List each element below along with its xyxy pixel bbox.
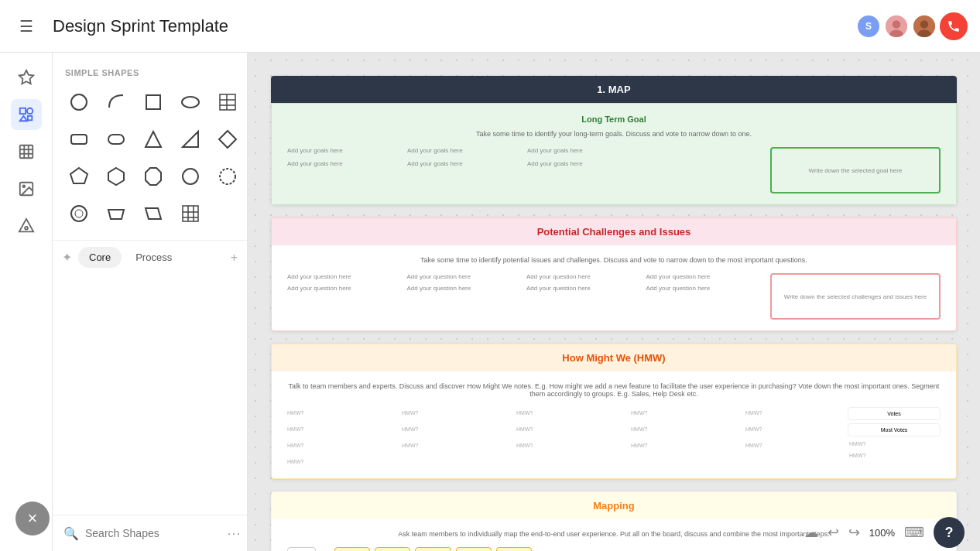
hmw-cell: HMW?	[745, 440, 838, 451]
page-title: Design Sprint Template	[53, 16, 844, 36]
step-2: Step 2	[375, 547, 410, 551]
ltg-title: Long Term Goal	[287, 115, 941, 124]
avatars-group: S	[856, 12, 968, 40]
keyboard-icon[interactable]: ⌨	[904, 524, 924, 541]
shape-right-triangle[interactable]	[173, 122, 207, 156]
step-3: Step 3	[415, 547, 451, 551]
hmw-card: How Might We (HMW) Talk to team members …	[271, 344, 957, 479]
challenges-selected-text: Write down the selected challenges and i…	[784, 293, 927, 300]
hmw-cell: HMW?	[516, 407, 626, 419]
challenges-card: Potential Challenges and Issues Take som…	[271, 217, 957, 331]
mapping-start: Start	[287, 547, 316, 551]
canvas-area[interactable]: 1. MAP Long Term Goal Take some time to …	[248, 53, 980, 551]
ltg-desc: Take some time to identify your long-ter…	[287, 130, 941, 138]
step-5: Step 5	[496, 547, 532, 551]
hmw-votes: Votes Most Votes HMW? HMW?	[848, 407, 941, 467]
cloud-icon[interactable]: ☁	[804, 524, 818, 541]
svg-point-1	[893, 20, 901, 29]
goal-grid: Add your goals here Add your goals here …	[287, 147, 761, 167]
svg-rect-7	[19, 108, 25, 114]
hmw-desc: Talk to team members and experts. Discus…	[287, 382, 941, 398]
sidebar-icon-star[interactable]	[11, 62, 42, 93]
svg-point-17	[22, 185, 25, 187]
canvas-content: 1. MAP Long Term Goal Take some time to …	[248, 53, 980, 551]
shape-ellipse[interactable]	[173, 85, 207, 119]
undo-icon[interactable]: ↩	[828, 524, 839, 541]
challenges-header: Potential Challenges and Issues	[272, 218, 956, 245]
svg-point-35	[183, 169, 198, 184]
shape-trapezoid[interactable]	[99, 197, 133, 231]
shape-rounded-rect2[interactable]	[99, 122, 133, 156]
search-icon: 🔍	[63, 526, 79, 541]
svg-rect-27	[71, 135, 87, 144]
map-card: 1. MAP Long Term Goal Take some time to …	[271, 76, 957, 205]
svg-marker-33	[108, 168, 124, 185]
tab-process[interactable]: Process	[125, 247, 183, 268]
hmw-body: Talk to team members and experts. Discus…	[272, 371, 956, 478]
chal-cell: Add your question here	[646, 273, 762, 280]
shape-circle[interactable]	[62, 85, 96, 119]
search-input[interactable]	[85, 527, 221, 539]
chal-grid: Add your question here Add your question…	[287, 273, 761, 292]
shape-triangle[interactable]	[136, 122, 170, 156]
sidebar-icon-frame[interactable]	[11, 136, 42, 167]
tab-core[interactable]: Core	[78, 247, 122, 268]
shape-diamond[interactable]	[211, 122, 245, 156]
svg-marker-39	[108, 210, 124, 219]
svg-point-20	[71, 94, 87, 110]
svg-marker-29	[146, 132, 161, 147]
map-header: 1. MAP	[271, 76, 957, 103]
help-button[interactable]: ?	[934, 517, 965, 548]
shape-circle2[interactable]	[173, 159, 207, 193]
sidebar-icon-shapes[interactable]	[11, 99, 42, 130]
header: ☰ Design Sprint Template S	[0, 0, 980, 53]
svg-marker-9	[19, 116, 26, 121]
hmw-cell: HMW?	[402, 407, 512, 419]
hmw-vote-cell: HMW?	[848, 440, 941, 448]
hmw-content: HMW? HMW? HMW? HMW? HMW? HMW? HMW? HMW? …	[287, 407, 941, 467]
close-fab[interactable]: ×	[15, 501, 50, 536]
goal-cell: Add your goals here	[407, 160, 521, 167]
shape-hexagon[interactable]	[99, 159, 133, 193]
svg-rect-11	[19, 145, 33, 159]
chal-cell: Add your question here	[646, 285, 762, 292]
left-sidebar	[0, 53, 53, 551]
call-button[interactable]	[940, 12, 968, 40]
vote-btn-1[interactable]: Votes	[848, 407, 941, 420]
hmw-cell: HMW?	[745, 423, 838, 435]
svg-marker-40	[146, 208, 161, 219]
sidebar-icon-image[interactable]	[11, 173, 42, 204]
shape-rounded-rect[interactable]	[62, 122, 96, 156]
shape-circle4[interactable]	[62, 197, 96, 231]
tab-add-icon[interactable]: +	[231, 251, 238, 265]
shape-pentagon[interactable]	[62, 159, 96, 193]
search-bar: 🔍 ⋯	[53, 515, 247, 551]
zoom-level: 100%	[869, 527, 895, 539]
challenges-selected: Write down the selected challenges and i…	[770, 273, 941, 320]
shapes-section-label: SIMPLE SHAPES	[53, 53, 247, 85]
shape-octagon[interactable]	[136, 159, 170, 193]
shape-parallelogram[interactable]	[136, 197, 170, 231]
challenges-desc: Take some time to identify potential iss…	[287, 256, 941, 264]
svg-point-22	[182, 97, 199, 108]
goal-cell: Add your goals here	[287, 160, 401, 167]
goal-cell: Add your goals here	[287, 147, 401, 154]
menu-icon: ☰	[19, 17, 33, 36]
avatar-s: S	[856, 14, 881, 39]
shape-circle3[interactable]	[211, 159, 245, 193]
svg-marker-30	[183, 132, 198, 147]
hmw-cell: HMW?	[287, 440, 397, 451]
menu-button[interactable]: ☰	[12, 12, 40, 40]
search-more-icon[interactable]: ⋯	[227, 525, 241, 542]
shape-grid[interactable]	[173, 197, 207, 231]
redo-icon[interactable]: ↪	[848, 524, 860, 541]
shape-arc[interactable]	[99, 85, 133, 119]
hmw-cell: HMW?	[287, 456, 397, 467]
sidebar-icon-diagram[interactable]	[11, 210, 42, 241]
hmw-cell: HMW?	[287, 423, 397, 435]
shape-table[interactable]	[211, 85, 245, 119]
hmw-header: How Might We (HMW)	[272, 344, 956, 371]
vote-btn-2[interactable]: Most Votes	[848, 423, 941, 436]
chal-cell: Add your question here	[407, 273, 523, 280]
shape-square[interactable]	[136, 85, 170, 119]
